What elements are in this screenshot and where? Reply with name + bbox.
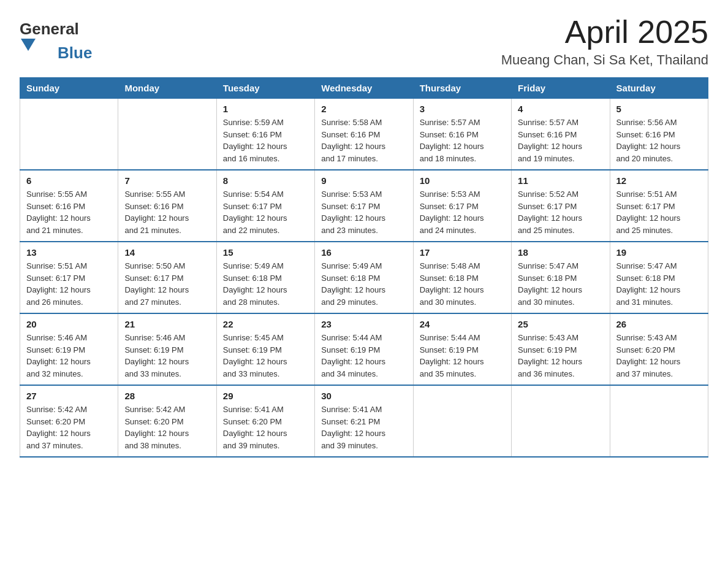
day-number: 27 bbox=[26, 391, 112, 401]
calendar-cell: 21Sunrise: 5:46 AM Sunset: 6:19 PM Dayli… bbox=[118, 313, 216, 385]
day-info: Sunrise: 5:47 AM Sunset: 6:18 PM Dayligh… bbox=[616, 260, 702, 308]
day-of-week-header: Sunday bbox=[20, 78, 118, 99]
day-info: Sunrise: 5:43 AM Sunset: 6:20 PM Dayligh… bbox=[616, 332, 702, 380]
calendar-cell bbox=[413, 385, 511, 457]
day-info: Sunrise: 5:42 AM Sunset: 6:20 PM Dayligh… bbox=[26, 404, 112, 451]
logo-blue-text: Blue bbox=[58, 44, 92, 62]
calendar-cell: 15Sunrise: 5:49 AM Sunset: 6:18 PM Dayli… bbox=[216, 242, 314, 313]
day-number: 19 bbox=[616, 247, 702, 258]
day-info: Sunrise: 5:41 AM Sunset: 6:20 PM Dayligh… bbox=[223, 404, 308, 451]
day-info: Sunrise: 5:54 AM Sunset: 6:17 PM Dayligh… bbox=[223, 188, 308, 236]
day-info: Sunrise: 5:42 AM Sunset: 6:20 PM Dayligh… bbox=[124, 404, 210, 451]
day-number: 1 bbox=[223, 104, 308, 114]
day-number: 5 bbox=[616, 104, 702, 114]
calendar-cell: 19Sunrise: 5:47 AM Sunset: 6:18 PM Dayli… bbox=[610, 242, 708, 313]
calendar-cell: 1Sunrise: 5:59 AM Sunset: 6:16 PM Daylig… bbox=[216, 99, 314, 170]
day-info: Sunrise: 5:57 AM Sunset: 6:16 PM Dayligh… bbox=[518, 117, 603, 164]
day-number: 4 bbox=[518, 104, 603, 114]
day-info: Sunrise: 5:53 AM Sunset: 6:17 PM Dayligh… bbox=[321, 188, 406, 236]
day-info: Sunrise: 5:46 AM Sunset: 6:19 PM Dayligh… bbox=[26, 332, 112, 380]
calendar-header: SundayMondayTuesdayWednesdayThursdayFrid… bbox=[20, 78, 708, 99]
day-info: Sunrise: 5:41 AM Sunset: 6:21 PM Dayligh… bbox=[321, 404, 406, 451]
day-of-week-header: Thursday bbox=[413, 78, 511, 99]
calendar-week-row: 27Sunrise: 5:42 AM Sunset: 6:20 PM Dayli… bbox=[20, 385, 708, 457]
day-info: Sunrise: 5:50 AM Sunset: 6:17 PM Dayligh… bbox=[124, 260, 210, 308]
calendar-week-row: 1Sunrise: 5:59 AM Sunset: 6:16 PM Daylig… bbox=[20, 99, 708, 170]
day-info: Sunrise: 5:46 AM Sunset: 6:19 PM Dayligh… bbox=[124, 332, 210, 380]
day-number: 23 bbox=[321, 319, 406, 329]
day-number: 17 bbox=[420, 247, 505, 258]
calendar-cell: 4Sunrise: 5:57 AM Sunset: 6:16 PM Daylig… bbox=[512, 99, 610, 170]
day-of-week-header: Monday bbox=[118, 78, 216, 99]
calendar-cell: 11Sunrise: 5:52 AM Sunset: 6:17 PM Dayli… bbox=[512, 170, 610, 242]
calendar-cell bbox=[512, 385, 610, 457]
day-info: Sunrise: 5:55 AM Sunset: 6:16 PM Dayligh… bbox=[26, 188, 112, 236]
calendar-cell: 20Sunrise: 5:46 AM Sunset: 6:19 PM Dayli… bbox=[20, 313, 118, 385]
day-number: 30 bbox=[321, 391, 406, 401]
day-number: 29 bbox=[223, 391, 308, 401]
calendar-cell: 9Sunrise: 5:53 AM Sunset: 6:17 PM Daylig… bbox=[315, 170, 413, 242]
calendar-cell: 7Sunrise: 5:55 AM Sunset: 6:16 PM Daylig… bbox=[118, 170, 216, 242]
day-number: 9 bbox=[321, 175, 406, 186]
day-of-week-header: Saturday bbox=[610, 78, 708, 99]
logo-triangle-icon bbox=[21, 39, 36, 51]
calendar-cell: 13Sunrise: 5:51 AM Sunset: 6:17 PM Dayli… bbox=[20, 242, 118, 313]
calendar-table: SundayMondayTuesdayWednesdayThursdayFrid… bbox=[20, 77, 708, 458]
calendar-week-row: 13Sunrise: 5:51 AM Sunset: 6:17 PM Dayli… bbox=[20, 242, 708, 313]
calendar-cell: 14Sunrise: 5:50 AM Sunset: 6:17 PM Dayli… bbox=[118, 242, 216, 313]
calendar-cell: 12Sunrise: 5:51 AM Sunset: 6:17 PM Dayli… bbox=[610, 170, 708, 242]
title-block: April 2025 Mueang Chan, Si Sa Ket, Thail… bbox=[501, 15, 708, 68]
day-info: Sunrise: 5:43 AM Sunset: 6:19 PM Dayligh… bbox=[518, 332, 603, 380]
day-info: Sunrise: 5:57 AM Sunset: 6:16 PM Dayligh… bbox=[420, 117, 505, 164]
calendar-cell: 8Sunrise: 5:54 AM Sunset: 6:17 PM Daylig… bbox=[216, 170, 314, 242]
day-number: 24 bbox=[420, 319, 505, 329]
day-info: Sunrise: 5:59 AM Sunset: 6:16 PM Dayligh… bbox=[223, 117, 308, 164]
day-number: 16 bbox=[321, 247, 406, 258]
day-number: 28 bbox=[124, 391, 210, 401]
day-info: Sunrise: 5:51 AM Sunset: 6:17 PM Dayligh… bbox=[616, 188, 702, 236]
day-number: 21 bbox=[124, 319, 210, 329]
calendar-cell bbox=[118, 99, 216, 170]
calendar-cell: 24Sunrise: 5:44 AM Sunset: 6:19 PM Dayli… bbox=[413, 313, 511, 385]
day-number: 15 bbox=[223, 247, 308, 258]
day-number: 13 bbox=[26, 247, 112, 258]
calendar-title: April 2025 bbox=[501, 15, 708, 50]
calendar-cell: 25Sunrise: 5:43 AM Sunset: 6:19 PM Dayli… bbox=[512, 313, 610, 385]
day-info: Sunrise: 5:44 AM Sunset: 6:19 PM Dayligh… bbox=[420, 332, 505, 380]
days-of-week-row: SundayMondayTuesdayWednesdayThursdayFrid… bbox=[20, 78, 708, 99]
day-number: 26 bbox=[616, 319, 702, 329]
day-number: 12 bbox=[616, 175, 702, 186]
day-info: Sunrise: 5:44 AM Sunset: 6:19 PM Dayligh… bbox=[321, 332, 406, 380]
day-info: Sunrise: 5:53 AM Sunset: 6:17 PM Dayligh… bbox=[420, 188, 505, 236]
day-info: Sunrise: 5:49 AM Sunset: 6:18 PM Dayligh… bbox=[223, 260, 308, 308]
calendar-cell bbox=[610, 385, 708, 457]
day-number: 10 bbox=[420, 175, 505, 186]
day-number: 25 bbox=[518, 319, 603, 329]
calendar-cell bbox=[20, 99, 118, 170]
day-info: Sunrise: 5:52 AM Sunset: 6:17 PM Dayligh… bbox=[518, 188, 603, 236]
day-number: 20 bbox=[26, 319, 112, 329]
day-info: Sunrise: 5:45 AM Sunset: 6:19 PM Dayligh… bbox=[223, 332, 308, 380]
calendar-cell: 2Sunrise: 5:58 AM Sunset: 6:16 PM Daylig… bbox=[315, 99, 413, 170]
day-number: 11 bbox=[518, 175, 603, 186]
day-info: Sunrise: 5:48 AM Sunset: 6:18 PM Dayligh… bbox=[420, 260, 505, 308]
logo-general-text: General bbox=[20, 20, 79, 39]
calendar-body: 1Sunrise: 5:59 AM Sunset: 6:16 PM Daylig… bbox=[20, 99, 708, 458]
calendar-week-row: 6Sunrise: 5:55 AM Sunset: 6:16 PM Daylig… bbox=[20, 170, 708, 242]
calendar-cell: 16Sunrise: 5:49 AM Sunset: 6:18 PM Dayli… bbox=[315, 242, 413, 313]
calendar-cell: 22Sunrise: 5:45 AM Sunset: 6:19 PM Dayli… bbox=[216, 313, 314, 385]
day-number: 14 bbox=[124, 247, 210, 258]
calendar-cell: 28Sunrise: 5:42 AM Sunset: 6:20 PM Dayli… bbox=[118, 385, 216, 457]
calendar-cell: 29Sunrise: 5:41 AM Sunset: 6:20 PM Dayli… bbox=[216, 385, 314, 457]
day-info: Sunrise: 5:47 AM Sunset: 6:18 PM Dayligh… bbox=[518, 260, 603, 308]
day-info: Sunrise: 5:55 AM Sunset: 6:16 PM Dayligh… bbox=[124, 188, 210, 236]
calendar-cell: 23Sunrise: 5:44 AM Sunset: 6:19 PM Dayli… bbox=[315, 313, 413, 385]
calendar-cell: 10Sunrise: 5:53 AM Sunset: 6:17 PM Dayli… bbox=[413, 170, 511, 242]
day-number: 22 bbox=[223, 319, 308, 329]
day-info: Sunrise: 5:56 AM Sunset: 6:16 PM Dayligh… bbox=[616, 117, 702, 164]
day-number: 18 bbox=[518, 247, 603, 258]
calendar-subtitle: Mueang Chan, Si Sa Ket, Thailand bbox=[501, 52, 708, 68]
calendar-cell: 5Sunrise: 5:56 AM Sunset: 6:16 PM Daylig… bbox=[610, 99, 708, 170]
calendar-cell: 3Sunrise: 5:57 AM Sunset: 6:16 PM Daylig… bbox=[413, 99, 511, 170]
day-number: 6 bbox=[26, 175, 112, 186]
